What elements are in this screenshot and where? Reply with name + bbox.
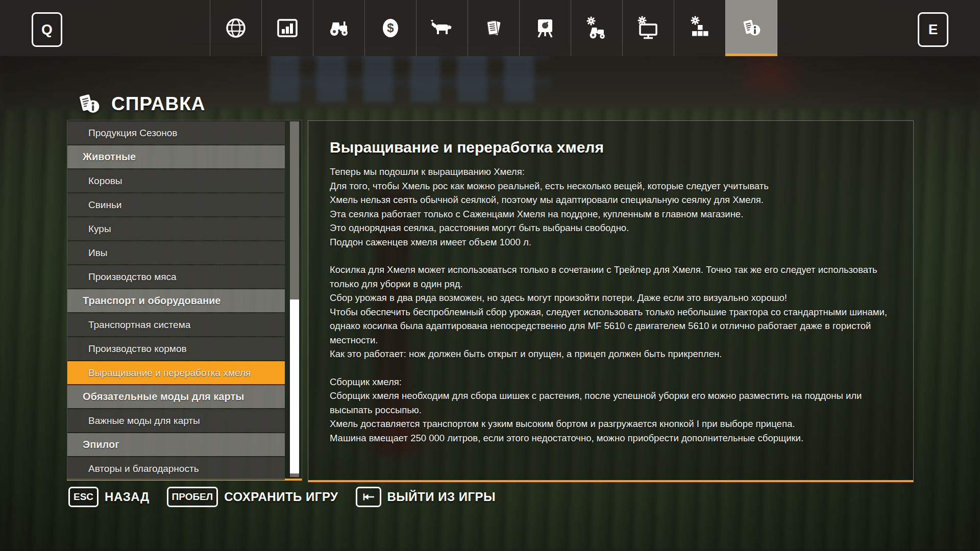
tab-vehicle-settings[interactable] [571, 0, 622, 56]
monitor-gear-icon [636, 16, 660, 40]
footer-actions: ESCНАЗАДПРОБЕЛСОХРАНИТЬ ИГРУВЫЙТИ ИЗ ИГР… [68, 487, 496, 507]
sidebar-item[interactable]: Выращивание и переработка хмеля [67, 361, 285, 384]
page-title: СПРАВКА [111, 93, 205, 115]
sidebar-item[interactable]: Важные моды для карты [67, 409, 285, 432]
sidebar-item[interactable]: Коровы [67, 169, 285, 192]
backspace-icon [356, 487, 381, 507]
globe-icon [224, 16, 248, 40]
sidebar-section-header: Обязательные моды для карты [67, 385, 285, 408]
help-info-icon [739, 16, 764, 40]
sidebar-item[interactable]: Свиньи [67, 193, 285, 216]
bar-chart-icon [275, 16, 300, 40]
sidebar-section-header: Транспорт и оборудование [67, 289, 285, 312]
prev-tab-key-hint: Q [32, 12, 62, 47]
page-title-row: СПРАВКА [75, 90, 205, 118]
sidebar-item[interactable]: Производство мяса [67, 265, 285, 288]
easel-icon [533, 16, 557, 40]
sidebar-section-header: Эпилог [67, 433, 285, 456]
tab-production[interactable] [519, 0, 571, 56]
tab-animals[interactable] [416, 0, 468, 56]
sidebar-scrollbar-thumb[interactable] [290, 299, 299, 474]
footer-action-quit-game[interactable]: ВЫЙТИ ИЗ ИГРЫ [356, 487, 496, 507]
sidebar-item[interactable]: Продукция Сезонов [67, 121, 285, 144]
sidebar-item[interactable]: Производство кормов [67, 337, 285, 360]
next-tab-key-hint: E [918, 12, 948, 47]
help-info-icon [75, 90, 103, 118]
footer-action-label: НАЗАД [105, 490, 150, 504]
sidebar-scrollbar[interactable] [290, 121, 299, 477]
help-article-panel: Выращивание и переработка хмеля Теперь м… [308, 120, 914, 482]
article-title: Выращивание и переработка хмеля [330, 138, 890, 157]
article-body: Теперь мы подошли к выращиванию Хмеля: Д… [330, 165, 890, 445]
tractor-icon [327, 16, 351, 40]
keycap-back: ESC [68, 487, 99, 507]
top-tab-bar: Q $ E [0, 0, 980, 56]
footer-action-save-game[interactable]: ПРОБЕЛСОХРАНИТЬ ИГРУ [167, 487, 338, 507]
tab-map[interactable] [210, 0, 261, 56]
sidebar-item[interactable]: Куры [67, 217, 285, 240]
sidebar-item[interactable]: Ивы [67, 241, 285, 264]
tab-help[interactable] [725, 0, 777, 56]
tab-mod-settings[interactable] [674, 0, 725, 56]
tab-finances[interactable]: $ [364, 0, 416, 56]
footer-action-label: ВЫЙТИ ИЗ ИГРЫ [387, 490, 496, 504]
help-topics-sidebar: Продукция СезоновЖивотныеКоровыСвиньиКур… [67, 120, 302, 481]
svg-text:$: $ [387, 21, 394, 35]
tab-statistics[interactable] [261, 0, 313, 56]
dollar-icon: $ [378, 16, 403, 40]
prev-tab-key-label: Q [41, 21, 53, 38]
help-paragraph: Сборщик хмеля: Сборщик хмеля необходим д… [330, 375, 890, 445]
keycap-save-game: ПРОБЕЛ [167, 487, 218, 507]
tab-garage[interactable] [313, 0, 364, 56]
documents-icon [481, 16, 506, 40]
help-paragraph: Косилка для Хмеля может использоваться т… [330, 263, 890, 361]
help-paragraph: Теперь мы подошли к выращиванию Хмеля: Д… [330, 165, 890, 249]
game-help-screen: Q $ E СПРАВКА Продукция СезоновЖивотныеК… [0, 0, 980, 551]
sidebar-section-header: Животные [67, 145, 285, 168]
cow-icon [430, 16, 454, 40]
sidebar-item[interactable]: Транспортная система [67, 313, 285, 336]
tractor-gear-icon [584, 16, 609, 40]
tab-contracts[interactable] [468, 0, 519, 56]
sidebar-item[interactable]: Авторы и благодарность [67, 457, 285, 480]
tab-strip: $ [210, 0, 777, 56]
footer-action-label: СОХРАНИТЬ ИГРУ [224, 490, 338, 504]
tab-game-settings[interactable] [622, 0, 674, 56]
blocks-gear-icon [688, 16, 712, 40]
footer-action-back[interactable]: ESCНАЗАД [68, 487, 150, 507]
next-tab-key-label: E [928, 21, 938, 38]
help-topics-list: Продукция СезоновЖивотныеКоровыСвиньиКур… [67, 121, 285, 481]
